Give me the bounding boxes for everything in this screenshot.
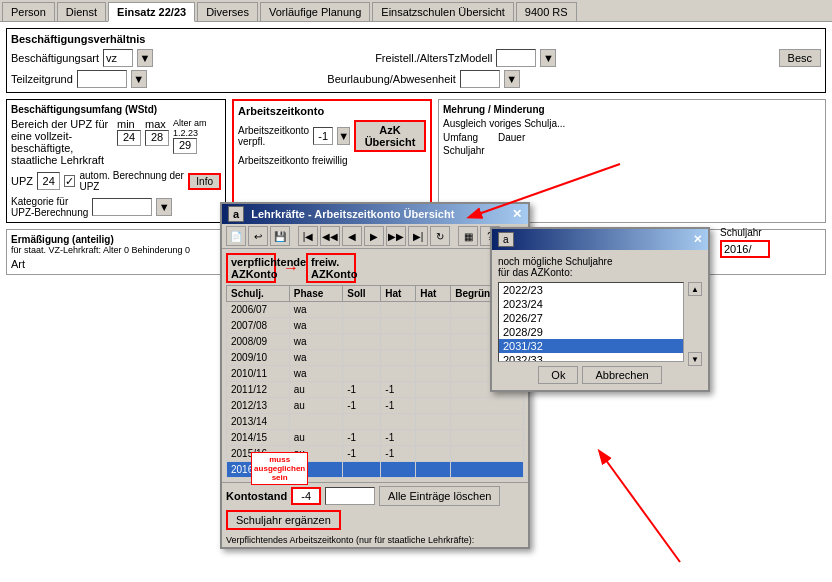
toolbar-back[interactable]: ◀ — [342, 226, 362, 246]
col-hat: Hat — [381, 286, 416, 302]
tab-bar: Person Dienst Einsatz 22/23 Diverses Vor… — [0, 0, 832, 22]
azk-verpfl-input[interactable]: -1 — [313, 127, 333, 145]
beschaeftigung-section: Beschäftigungsverhältnis Beschäftigungsa… — [6, 28, 826, 93]
scroll-up-btn[interactable]: ▲ — [688, 282, 702, 296]
table-row[interactable]: 2011/12au-1-1 — [227, 382, 524, 398]
alter-input[interactable]: 29 — [173, 138, 197, 154]
umfang-info: Bereich der UPZ für eine vollzeit- besch… — [11, 118, 111, 166]
table-row[interactable]: 2009/10wa — [227, 350, 524, 366]
toolbar-filter[interactable]: ▦ — [458, 226, 478, 246]
col-phase: Phase — [289, 286, 342, 302]
col-schulj: Schulj. — [227, 286, 290, 302]
azk-verpfl-label: Arbeitszeitkonto verpfl. — [238, 125, 309, 147]
toolbar-next[interactable]: ▶▶ — [386, 226, 406, 246]
beschaeftigungsart-input[interactable]: vz — [103, 49, 133, 67]
ok-button[interactable]: Ok — [538, 366, 578, 384]
kategorie-label: Kategorie fürUPZ-Berechnung — [11, 196, 88, 218]
table-row[interactable]: 2006/07wa — [227, 302, 524, 318]
modal-title: a Lehrkräfte - Arbeitszeitkonto Übersich… — [228, 208, 454, 220]
tab-person[interactable]: Person — [2, 2, 55, 21]
list-item[interactable]: 2023/24 — [499, 297, 683, 311]
teilzeitgrund-dropdown[interactable]: ▼ — [131, 70, 147, 88]
arrow-right: → — [276, 253, 306, 283]
teilzeitgrund-label: Teilzeitgrund — [11, 73, 73, 85]
col-hat2: Hat — [416, 286, 451, 302]
dauer-col-label: Dauer — [498, 132, 525, 143]
schuljahr-list[interactable]: 2022/232023/242026/272028/292031/322032/… — [498, 282, 684, 362]
table-row[interactable]: 2012/13au-1-1 — [227, 398, 524, 414]
subdialog-close-btn[interactable]: ✕ — [693, 233, 702, 246]
teilzeitgrund-input[interactable] — [77, 70, 127, 88]
list-item[interactable]: 2032/33 — [499, 353, 683, 362]
table-row[interactable]: 2007/08wa — [227, 318, 524, 334]
kontostand-value2[interactable] — [325, 487, 375, 505]
scroll-down-btn[interactable]: ▼ — [688, 352, 702, 366]
schuljahr-ergaenzen-btn[interactable]: Schuljahr ergänzen — [226, 510, 341, 530]
kontostand-value1[interactable]: -4 — [291, 487, 321, 505]
schuljahr-field-label: Schuljahr — [720, 227, 770, 238]
modal-close-btn[interactable]: ✕ — [512, 207, 522, 221]
kontostand-label: Kontostand — [226, 490, 287, 502]
upz-input[interactable]: 24 — [37, 172, 60, 190]
toolbar-forward[interactable]: ▶ — [364, 226, 384, 246]
verpfl-col-header: verpflichtendes AZKonto — [226, 253, 276, 283]
azk-table: Schulj. Phase Soll Hat Hat Begrün... 200… — [226, 285, 524, 478]
alter-label: Alter am 1.2.23 — [173, 118, 221, 138]
table-row[interactable]: 2010/11wa — [227, 366, 524, 382]
beschaeftigungsart-dropdown[interactable]: ▼ — [137, 49, 153, 67]
toolbar-first[interactable]: |◀ — [298, 226, 318, 246]
beurlaubung-dropdown[interactable]: ▼ — [504, 70, 520, 88]
tab-9400rs[interactable]: 9400 RS — [516, 2, 577, 21]
tab-dienst[interactable]: Dienst — [57, 2, 106, 21]
autom-checkbox[interactable]: ✓ — [64, 175, 75, 187]
beschaeftigung-title: Beschäftigungsverhältnis — [11, 33, 821, 45]
subdialog-buttons: Ok Abbrechen — [498, 366, 702, 384]
mehrung-title: Mehrung / Minderung — [443, 104, 821, 115]
umfang-title: Beschäftigungsumfang (WStd) — [11, 104, 221, 115]
tab-diverses[interactable]: Diverses — [197, 2, 258, 21]
list-item[interactable]: 2022/23 — [499, 283, 683, 297]
alle-loeschen-btn[interactable]: Alle Einträge löschen — [379, 486, 500, 506]
modal-titlebar: a Lehrkräfte - Arbeitszeitkonto Übersich… — [222, 204, 528, 224]
azk-verpfl-dropdown[interactable]: ▼ — [337, 127, 350, 145]
modal-table-content: verpflichtendes AZKonto → freiw. AZKonto… — [222, 249, 528, 482]
info-button[interactable]: Info — [188, 173, 221, 190]
table-row[interactable]: 2008/09wa — [227, 334, 524, 350]
toolbar-last[interactable]: ▶| — [408, 226, 428, 246]
list-item[interactable]: 2031/32 — [499, 339, 683, 353]
toolbar-undo[interactable]: ↩ — [248, 226, 268, 246]
toolbar-save[interactable]: 💾 — [270, 226, 290, 246]
toolbar-new[interactable]: 📄 — [226, 226, 246, 246]
tab-einsatzschulen[interactable]: Einsatzschulen Übersicht — [372, 2, 514, 21]
table-row[interactable]: 2013/14 — [227, 414, 524, 430]
abbrechen-button[interactable]: Abbrechen — [582, 366, 661, 384]
subdialog-icon: a — [498, 232, 514, 247]
art-label: Art — [11, 258, 25, 270]
annotation-box: mussausgeglichensein — [251, 452, 308, 485]
tab-vorlaeufige[interactable]: Vorläufige Planung — [260, 2, 370, 21]
upz-label: UPZ — [11, 175, 33, 187]
freistell-dropdown[interactable]: ▼ — [540, 49, 556, 67]
svg-line-1 — [600, 452, 680, 562]
freistell-input[interactable] — [496, 49, 536, 67]
max-input[interactable]: 28 — [145, 130, 169, 146]
list-item[interactable]: 2028/29 — [499, 325, 683, 339]
table-row[interactable]: 2014/15au-1-1 — [227, 430, 524, 446]
schuljahr-field-input[interactable]: 2016/ — [720, 240, 770, 258]
kategorie-input[interactable] — [92, 198, 152, 216]
list-item[interactable]: 2026/27 — [499, 311, 683, 325]
beurlaubung-input[interactable] — [460, 70, 500, 88]
toolbar-refresh[interactable]: ↻ — [430, 226, 450, 246]
modal-toolbar: 📄 ↩ 💾 |◀ ◀◀ ◀ ▶ ▶▶ ▶| ↻ ▦ ? — [222, 224, 528, 249]
ausgleich-label: Ausgleich voriges Schulja... — [443, 118, 821, 129]
col-soll: Soll — [343, 286, 381, 302]
min-input[interactable]: 24 — [117, 130, 141, 146]
kategorie-dropdown[interactable]: ▼ — [156, 198, 172, 216]
besc-button[interactable]: Besc — [779, 49, 821, 67]
azk-uebersicht-btn[interactable]: AzK Übersicht — [354, 120, 426, 152]
umfang-section: Beschäftigungsumfang (WStd) Bereich der … — [6, 99, 226, 223]
toolbar-prev[interactable]: ◀◀ — [320, 226, 340, 246]
tab-einsatz[interactable]: Einsatz 22/23 — [108, 2, 195, 22]
azk-freiwillig-label: Arbeitszeitkonto freiwillig — [238, 155, 348, 166]
min-label: min — [117, 118, 141, 130]
